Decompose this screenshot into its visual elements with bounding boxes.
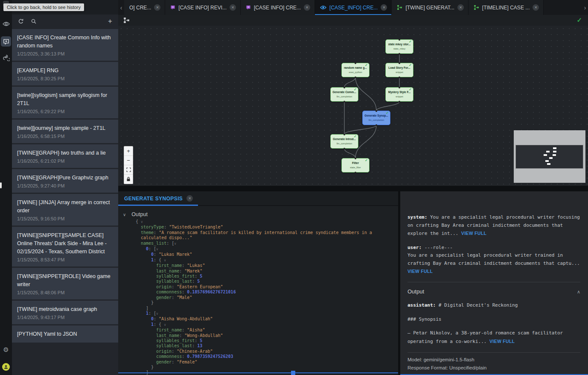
json-token: : bbox=[172, 360, 177, 364]
prompt-item[interactable]: [twine][syllogism] sample syllogism for … bbox=[12, 87, 118, 118]
node-check-icon: ✓ bbox=[409, 63, 412, 67]
minimap[interactable] bbox=[514, 130, 585, 183]
user-view-full-link[interactable]: VIEW FULL bbox=[408, 269, 433, 274]
horizontal-splitter[interactable] bbox=[118, 186, 588, 191]
collapse-caret-icon: ∨ bbox=[174, 242, 176, 246]
node-mystery-style-f[interactable]: ✓Mystery Style F...snippet bbox=[385, 87, 413, 102]
json-token: "Marek" bbox=[184, 269, 202, 273]
close-tab-icon[interactable]: × bbox=[381, 4, 387, 11]
json-token: : { bbox=[154, 258, 164, 262]
synopsis-text-block: — Petar Nikolov, a 38-year-old romance s… bbox=[408, 329, 580, 346]
tab-o-cre[interactable]: O] CRE...× bbox=[124, 0, 165, 15]
eye-icon[interactable] bbox=[0, 21, 12, 26]
json-line: origin: "Chinese-Arab" bbox=[118, 349, 398, 354]
flow-icon[interactable] bbox=[123, 17, 130, 25]
json-token: : [ bbox=[148, 246, 156, 251]
json-token: : bbox=[179, 333, 184, 338]
prompt-item[interactable]: [TWINE][GRAPH]Pure Graphviz graph1/15/20… bbox=[12, 169, 118, 193]
tab-case-info-cre[interactable]: [CASE INFO] CRE...× bbox=[241, 0, 315, 15]
json-line: calculated dispo..." bbox=[118, 235, 398, 240]
node-check-icon: ✓ bbox=[365, 63, 368, 67]
prompt-item[interactable]: [TWINE] metroidvania case graph1/14/2025… bbox=[12, 301, 118, 324]
json-token: "TwistedLoveTriangle" bbox=[169, 225, 223, 229]
prompt-timestamp: 1/15/2025, 9:16:50 PM bbox=[17, 216, 113, 221]
right-output-header[interactable]: Output ∧ bbox=[408, 288, 580, 296]
minimap-node bbox=[546, 151, 550, 152]
prompt-item[interactable]: [TWINE] [JINJA] Array merge in correct o… bbox=[12, 194, 118, 226]
graph-edge bbox=[355, 77, 376, 111]
zoom-in-button[interactable]: + bbox=[124, 146, 133, 156]
close-tab-icon[interactable]: × bbox=[230, 4, 236, 11]
fit-view-button[interactable] bbox=[124, 165, 133, 175]
scrollbar-thumb[interactable] bbox=[291, 371, 295, 375]
json-output-tree[interactable]: { ∨storyType: "TwistedLoveTriangle"theme… bbox=[118, 219, 398, 375]
synopsis-heading: ### Synopsis bbox=[408, 316, 580, 324]
tab-generate-synopsis[interactable]: GENERATE SYNOPSIS × bbox=[118, 191, 198, 205]
prompts-toolbar: + bbox=[12, 15, 118, 29]
refresh-icon[interactable] bbox=[18, 18, 24, 24]
prompt-item[interactable]: [TWINE][SNIPPET][ROLE] Video game writer… bbox=[12, 268, 118, 299]
prompt-item[interactable]: [TWINE][SNIPPET][SAMPLE CASE] Online Thr… bbox=[12, 227, 118, 267]
collapse-caret-icon: ∨ bbox=[156, 247, 158, 251]
chevron-up-icon[interactable]: ∧ bbox=[577, 288, 580, 296]
json-token: : bbox=[154, 230, 159, 235]
gear-icon[interactable]: ⚙ bbox=[0, 346, 12, 354]
prompt-bubble-icon[interactable] bbox=[1, 36, 11, 47]
search-icon[interactable] bbox=[31, 18, 37, 24]
node-check-icon: ✓ bbox=[386, 111, 389, 115]
collapse-caret-icon: ∨ bbox=[164, 323, 166, 327]
json-line: commonness: 0.18576966276721016 bbox=[118, 290, 398, 295]
right-output-title: Output bbox=[408, 288, 424, 296]
json-token: "Eastern European" bbox=[177, 284, 223, 289]
close-run-tab-icon[interactable]: × bbox=[186, 195, 193, 202]
zoom-out-button[interactable]: − bbox=[124, 156, 133, 165]
prompt-item[interactable]: [CASE INFO] Create Common Info with rand… bbox=[12, 29, 118, 61]
tab-timeline-case[interactable]: [TIMELINE] CASE ...× bbox=[469, 0, 544, 15]
prompt-item[interactable]: [twine][journey] simple sample - 2T1L1/1… bbox=[12, 120, 118, 143]
node-filter[interactable]: ✓Filterstate_filter bbox=[341, 158, 370, 173]
close-tab-icon[interactable]: × bbox=[457, 4, 464, 11]
json-token: 5 bbox=[197, 279, 200, 284]
tab-twine-generat[interactable]: [TWINE] GENERAT...× bbox=[392, 0, 468, 15]
webhook-icon[interactable] bbox=[0, 54, 12, 61]
json-token: : bbox=[182, 290, 187, 294]
node-generate-comm[interactable]: ✓Generate Comm...llm_completion bbox=[330, 87, 358, 102]
json-line: theme: "A romance scam facilitator is ki… bbox=[118, 230, 398, 235]
json-token: 0.7987359247526203 bbox=[187, 354, 233, 359]
node-load-story-for[interactable]: ✓Load Story For...snippet bbox=[385, 63, 413, 77]
node-state-mkey-stor[interactable]: ✓state mkey stor...state_mkey bbox=[385, 39, 413, 54]
prompt-item[interactable]: [EXAMPLE] RNG1/16/2025, 8:30:25 PM bbox=[12, 62, 118, 85]
tabs-scroll-left-icon[interactable]: ‹ bbox=[118, 0, 124, 15]
json-token: 5 bbox=[200, 274, 202, 278]
json-line: } bbox=[118, 300, 398, 305]
horizontal-scrollbar[interactable] bbox=[118, 372, 398, 373]
tabs-scroll-right-icon[interactable]: › bbox=[582, 0, 588, 15]
messages-panel: system: You are a specialist legal proce… bbox=[400, 191, 588, 375]
prompt-item[interactable]: [PYTHON] Yaml to JSON bbox=[12, 325, 118, 343]
avatar[interactable] bbox=[0, 363, 12, 371]
prompt-item[interactable]: [TWINE][GRAPH} two truths and a lie1/16/… bbox=[12, 144, 118, 168]
tab-strip: O] CRE...×[CASE INFO] REVI...×[CASE INFO… bbox=[124, 0, 582, 15]
assistant-view-full-link[interactable]: VIEW FULL bbox=[489, 339, 515, 344]
close-tab-icon[interactable]: × bbox=[304, 4, 310, 11]
node-subtitle: state_mkey bbox=[393, 47, 405, 50]
node-generate-synop[interactable]: ✓Generate Synop...llm_completion bbox=[362, 111, 390, 125]
json-token: : bbox=[164, 225, 169, 229]
graph-canvas[interactable]: + − ✓state mkey stor...state_mkey✓random… bbox=[118, 26, 588, 186]
tab-case-info-revi[interactable]: [CASE INFO] REVI...× bbox=[165, 0, 241, 15]
json-token: calculated dispo..." bbox=[141, 235, 192, 240]
prompt-timestamp: 1/16/2025, 8:30:25 PM bbox=[17, 76, 113, 81]
lock-button[interactable] bbox=[124, 175, 133, 184]
node-title: random name g... bbox=[344, 66, 367, 70]
json-token: : bbox=[192, 343, 197, 348]
node-generate-introd[interactable]: ✓Generate Introd...llm_completion bbox=[330, 134, 358, 149]
add-prompt-button[interactable]: + bbox=[108, 17, 112, 26]
system-view-full-link[interactable]: VIEW FULL bbox=[461, 231, 486, 236]
output-section-header[interactable]: ∨ Output bbox=[123, 211, 398, 217]
node-random-name-g[interactable]: ✓random name g...exec_python bbox=[341, 63, 370, 77]
close-tab-icon[interactable]: × bbox=[154, 4, 160, 11]
flow-green-icon bbox=[397, 5, 402, 10]
close-tab-icon[interactable]: × bbox=[533, 4, 539, 11]
tab-case-info-cre[interactable]: [CASE_INFO] CRE...× bbox=[315, 0, 392, 15]
json-token: : bbox=[154, 252, 159, 257]
